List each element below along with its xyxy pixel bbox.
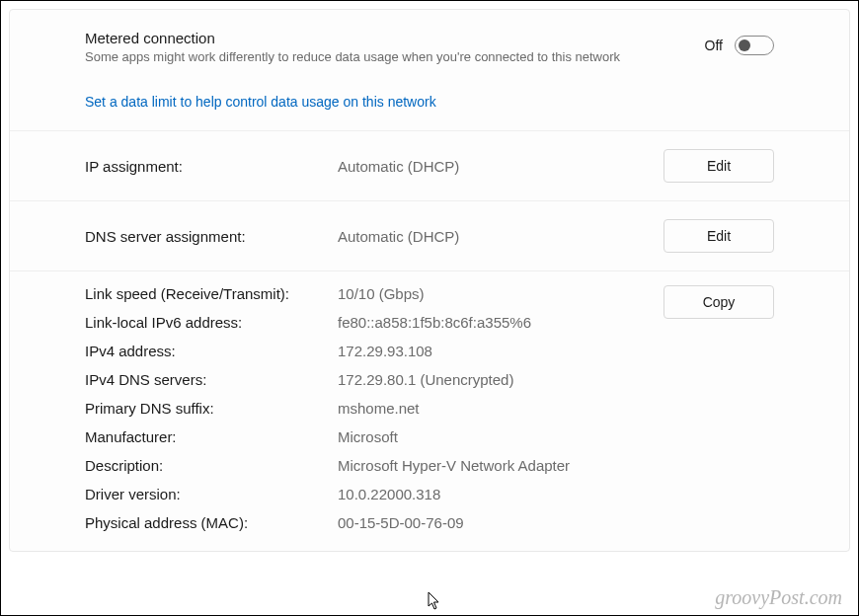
metered-subtitle: Some apps might work differently to redu… xyxy=(85,48,665,66)
detail-label: IPv4 DNS servers: xyxy=(85,371,338,388)
dns-assignment-edit-button[interactable]: Edit xyxy=(664,219,774,253)
detail-label: Link-local IPv6 address: xyxy=(85,314,338,331)
detail-value: 00-15-5D-00-76-09 xyxy=(338,514,774,531)
metered-toggle-label: Off xyxy=(705,38,723,53)
dns-assignment-label: DNS server assignment: xyxy=(85,228,338,245)
cursor-icon xyxy=(428,591,441,611)
metered-toggle-group: Off xyxy=(705,30,774,55)
detail-value: Microsoft Hyper-V Network Adapter xyxy=(338,457,774,474)
detail-value: 10.0.22000.318 xyxy=(338,486,774,502)
ip-assignment-edit-button[interactable]: Edit xyxy=(664,149,774,183)
detail-value: 172.29.93.108 xyxy=(338,343,774,359)
watermark-text: groovyPost.com xyxy=(715,586,842,609)
detail-label: Primary DNS suffix: xyxy=(85,400,338,417)
network-settings-card: Metered connection Some apps might work … xyxy=(9,9,850,552)
detail-label: Link speed (Receive/Transmit): xyxy=(85,285,338,302)
detail-label: Driver version: xyxy=(85,486,338,502)
metered-title: Metered connection xyxy=(85,30,665,46)
network-details-grid: Link speed (Receive/Transmit):10/10 (Gbp… xyxy=(85,285,774,531)
data-limit-link[interactable]: Set a data limit to help control data us… xyxy=(85,94,436,110)
ip-assignment-value: Automatic (DHCP) xyxy=(338,158,664,175)
dns-assignment-value: Automatic (DHCP) xyxy=(338,228,664,245)
network-details-section: Copy Link speed (Receive/Transmit):10/10… xyxy=(10,271,849,551)
detail-value: mshome.net xyxy=(338,400,774,417)
detail-label: IPv4 address: xyxy=(85,343,338,359)
ip-assignment-label: IP assignment: xyxy=(85,158,338,175)
ip-assignment-row: IP assignment: Automatic (DHCP) Edit xyxy=(10,131,849,201)
detail-value: 172.29.80.1 (Unencrypted) xyxy=(338,371,774,388)
detail-label: Manufacturer: xyxy=(85,428,338,445)
metered-connection-section: Metered connection Some apps might work … xyxy=(10,10,849,131)
detail-label: Physical address (MAC): xyxy=(85,514,338,531)
detail-value: Microsoft xyxy=(338,428,774,445)
dns-assignment-row: DNS server assignment: Automatic (DHCP) … xyxy=(10,201,849,271)
toggle-knob-icon xyxy=(739,39,750,51)
detail-label: Description: xyxy=(85,457,338,474)
metered-toggle[interactable] xyxy=(735,36,774,55)
copy-button[interactable]: Copy xyxy=(664,285,774,319)
